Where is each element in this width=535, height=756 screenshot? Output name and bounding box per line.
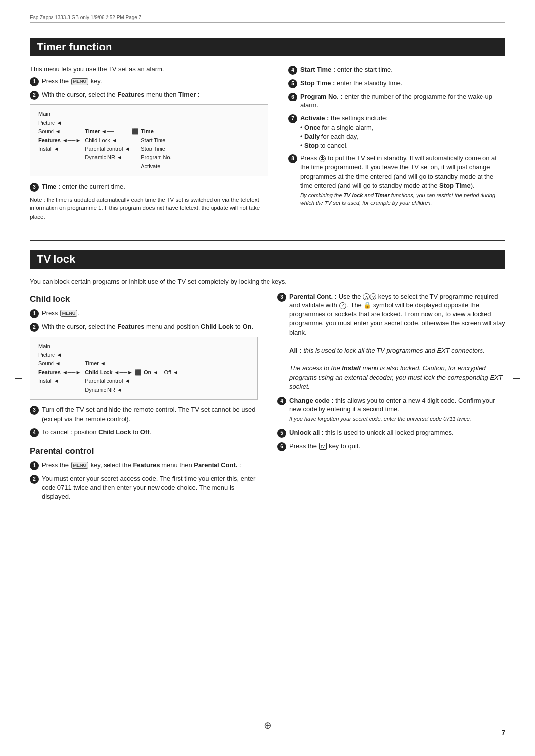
pc-step-number-1: 1: [30, 461, 39, 470]
cl-step-number-4: 4: [30, 428, 39, 437]
pc-step-1-text: Press the MENU key, select the Features …: [42, 461, 258, 470]
pc-step-2: 2 You must enter your secret access code…: [30, 474, 258, 502]
timer-step-5-text: Stop Time : enter the standby time.: [300, 79, 505, 88]
right-tick-mid: [513, 378, 520, 379]
note-text: : the time is updated automatically each…: [30, 197, 260, 220]
child-lock-menu-diagram: Main Picture ◄: [30, 337, 258, 400]
step-number-6: 6: [288, 93, 297, 101]
cl-step-2-text: With the cursor, select the Features men…: [42, 322, 258, 331]
pc-step-4-text: Change code : this allows you to enter a…: [289, 396, 505, 423]
timer-step-4: 4 Start Time : enter the start time.: [288, 65, 505, 75]
timer-menu-table: Main Picture ◄: [37, 110, 173, 171]
timer-step-3: 3 Time : enter the current time.: [30, 182, 268, 192]
timer-menu-diagram: Main Picture ◄: [30, 104, 268, 176]
tv-lock-section: TV lock You can block certain programs o…: [30, 250, 505, 505]
pc-step-4: 4 Change code : this allows you to enter…: [277, 396, 505, 423]
parental-control-heading: Parental control: [30, 446, 258, 456]
step-number-7: 7: [288, 114, 297, 123]
pc-step-number-4: 4: [277, 397, 286, 405]
cl-step-1-text: Press MENU.: [42, 309, 258, 318]
cl-step-1: 1 Press MENU.: [30, 309, 258, 318]
timer-step-2: 2 With the cursor, select the Features m…: [30, 90, 268, 100]
timer-step-8-text: Press ⏻ to put the TV set in standby. It…: [300, 154, 505, 207]
timer-step-7: 7 Activate : the settings include: • Onc…: [288, 114, 505, 150]
pc-step-5-text: Unlock all : this is used to unlock all …: [289, 428, 505, 437]
cl-step-4: 4 To cancel : position Child Lock to Off…: [30, 428, 258, 437]
timer-step-4-text: Start Time : enter the start time.: [300, 65, 505, 74]
standby-icon: ⏻: [319, 155, 326, 162]
cl-step-number-2: 2: [30, 323, 39, 332]
tv-lock-intro: You can block certain programs or inhibi…: [30, 278, 505, 285]
timer-function-title: Timer function: [30, 38, 505, 56]
child-lock-heading: Child lock: [30, 294, 258, 304]
step-number-4: 4: [288, 66, 297, 75]
cl-step-number-3: 3: [30, 406, 39, 415]
ok-circle-icon: ✓: [339, 302, 346, 309]
cl-step-2: 2 With the cursor, select the Features m…: [30, 322, 258, 332]
note-label: Note: [30, 197, 42, 202]
cl-step-3: 3 Turn off the TV set and hide the remot…: [30, 405, 258, 423]
crosshair-bottom: ⊕: [264, 719, 272, 731]
cl-step-number-1: 1: [30, 309, 39, 318]
timer-step-1-text: Press the MENU key.: [42, 77, 268, 86]
step-number-2: 2: [30, 91, 39, 100]
tv-lock-left-col: Child lock 1 Press MENU. 2 With the curs…: [30, 292, 258, 505]
timer-function-section: Timer function This menu lets you use th…: [30, 38, 505, 226]
pc-step-6: 6 Press the TV key to quit.: [277, 442, 505, 451]
timer-note: Note : the time is updated automatically…: [30, 196, 268, 221]
pc-step-4-italic: If you have forgotten your secret code, …: [289, 415, 505, 423]
header-line: Esp Zappa 1333.3 GB only 1/9/06 2:52 PM …: [30, 15, 505, 23]
step-number-1: 1: [30, 77, 39, 86]
tv-lock-two-col: Child lock 1 Press MENU. 2 With the curs…: [30, 292, 505, 505]
menu-key-icon-cl: MENU: [60, 310, 78, 317]
timer-step-1: 1 Press the MENU key.: [30, 77, 268, 86]
pc-step-number-2: 2: [30, 475, 39, 484]
pc-step-3: 3 Parental Cont. : Use the ∧∨ keys to se…: [277, 292, 505, 391]
page-number: 7: [502, 729, 505, 736]
pc-step-number-5: 5: [277, 429, 286, 438]
timer-step-8-italic: By combining the TV lock and Timer funct…: [300, 191, 505, 207]
section-divider: [30, 240, 505, 241]
tv-lock-title: TV lock: [30, 250, 505, 269]
tv-key-icon: TV: [319, 443, 327, 450]
timer-left-col: This menu lets you use the TV set as an …: [30, 65, 268, 226]
step-number-8: 8: [288, 154, 297, 163]
down-arrow-icon: ∨: [370, 293, 376, 300]
pc-step-2-text: You must enter your secret access code. …: [42, 474, 258, 502]
cl-step-3-text: Turn off the TV set and hide the remote …: [42, 405, 258, 423]
menu-key-icon: MENU: [71, 78, 89, 85]
left-tick-mid: [15, 378, 22, 379]
timer-step-6: 6 Program No. : enter the number of the …: [288, 92, 505, 110]
menu-key-icon-pc: MENU: [71, 462, 89, 469]
timer-step-2-text: With the cursor, select the Features men…: [42, 90, 268, 99]
timer-step-3-text: Time : enter the current time.: [42, 182, 268, 191]
timer-two-col: This menu lets you use the TV set as an …: [30, 65, 505, 226]
step-number-5: 5: [288, 79, 297, 88]
child-lock-menu-table: Main Picture ◄: [37, 342, 179, 395]
pc-step-3-text: Parental Cont. : Use the ∧∨ keys to sele…: [289, 292, 505, 391]
pc-step-number-3: 3: [277, 293, 286, 302]
cl-step-4-text: To cancel : position Child Lock to Off.: [42, 428, 258, 437]
page: Esp Zappa 1333.3 GB only 1/9/06 2:52 PM …: [0, 0, 535, 756]
step-number-3: 3: [30, 183, 39, 192]
pc-step-5: 5 Unlock all : this is used to unlock al…: [277, 428, 505, 438]
timer-step-8: 8 Press ⏻ to put the TV set in standby. …: [288, 154, 505, 207]
pc-step-number-6: 6: [277, 442, 286, 451]
timer-step-7-text: Activate : the settings include: • Once …: [300, 114, 505, 150]
tv-lock-right-col: 3 Parental Cont. : Use the ∧∨ keys to se…: [277, 292, 505, 505]
timer-right-col: 4 Start Time : enter the start time. 5 S…: [288, 65, 505, 226]
pc-step-1: 1 Press the MENU key, select the Feature…: [30, 461, 258, 470]
timer-step-5: 5 Stop Time : enter the standby time.: [288, 79, 505, 88]
up-arrow-icon: ∧: [363, 293, 370, 300]
timer-step-6-text: Program No. : enter the number of the pr…: [300, 92, 505, 110]
timer-intro: This menu lets you use the TV set as an …: [30, 65, 268, 73]
header-text: Esp Zappa 1333.3 GB only 1/9/06 2:52 PM …: [30, 15, 141, 20]
pc-step-6-text: Press the TV key to quit.: [289, 442, 505, 451]
